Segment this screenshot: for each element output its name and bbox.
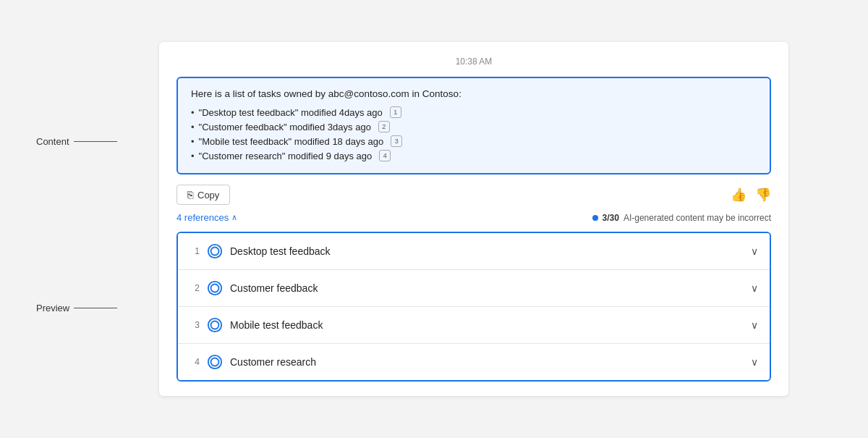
ref-item-title: Customer feedback (230, 282, 318, 294)
preview-label: Preview (36, 303, 69, 313)
chevron-down-icon: ∨ (751, 282, 758, 294)
ref-item-title: Desktop test feedback (230, 245, 331, 257)
copy-button[interactable]: ⎘ Copy (176, 185, 230, 205)
ref-badge: 3 (391, 135, 402, 147)
content-label-row: Content (36, 136, 117, 147)
task-icon (207, 243, 223, 259)
task-list: "Desktop test feedback" modified 4days a… (191, 105, 757, 163)
timestamp: 10:38 AM (176, 56, 771, 67)
ref-badge: 1 (390, 106, 401, 118)
status-dot (592, 215, 598, 221)
thumbs-down-button[interactable]: 👎 (755, 187, 771, 203)
reference-item[interactable]: 1Desktop test feedback∨ (178, 233, 770, 270)
main-panel: 10:38 AM Here is a list of tasks owned b… (159, 42, 788, 396)
content-label: Content (36, 136, 69, 147)
ref-item-number: 4 (190, 357, 200, 367)
svg-point-5 (211, 321, 219, 329)
outer-wrapper: Content Preview 10:38 AM Here is a list … (36, 42, 832, 396)
status-counter: 3/30 (603, 213, 619, 223)
task-item: "Mobile test feedback" modified 18 days … (191, 134, 757, 148)
copy-icon: ⎘ (187, 189, 193, 201)
svg-point-7 (211, 358, 219, 366)
references-toggle[interactable]: 4 references ∧ (176, 212, 237, 223)
ref-item-title: Customer research (230, 356, 316, 368)
task-item: "Customer research" modified 9 days ago4 (191, 148, 757, 163)
task-icon (207, 317, 223, 333)
reference-item[interactable]: 3Mobile test feedback∨ (178, 307, 770, 344)
svg-point-1 (211, 248, 219, 256)
ref-badge: 2 (378, 121, 390, 132)
ref-badge: 4 (379, 150, 391, 161)
content-label-line (74, 141, 117, 142)
svg-point-3 (211, 285, 219, 292)
message-intro: Here is a list of tasks owned by abc@con… (191, 88, 757, 99)
chevron-down-icon: ∨ (751, 245, 758, 257)
ref-item-number: 2 (190, 283, 200, 293)
task-item: "Desktop test feedback" modified 4days a… (191, 105, 757, 119)
chevron-up-icon: ∧ (231, 213, 237, 222)
ai-status-text: AI-generated content may be incorrect (624, 213, 771, 223)
references-panel: 1Desktop test feedback∨2Customer feedbac… (176, 232, 771, 382)
preview-label-line (74, 308, 117, 308)
references-row: 4 references ∧ 3/30 AI-generated content… (176, 212, 771, 223)
thumbs-up-button[interactable]: 👍 (731, 187, 746, 203)
reference-item[interactable]: 4Customer research∨ (178, 344, 770, 380)
reference-item[interactable]: 2Customer feedback∨ (178, 270, 770, 307)
chevron-down-icon: ∨ (751, 356, 758, 368)
ref-item-title: Mobile test feedback (230, 319, 323, 331)
ref-item-number: 3 (190, 320, 200, 330)
actions-row: ⎘ Copy 👍 👎 (176, 185, 771, 205)
ref-item-number: 1 (190, 246, 200, 256)
preview-label-row: Preview (36, 303, 117, 313)
ai-status: 3/30 AI-generated content may be incorre… (592, 213, 771, 223)
chevron-down-icon: ∨ (751, 319, 758, 331)
references-count: 4 references (176, 212, 229, 223)
task-item: "Customer feedback" modified 3days ago2 (191, 119, 757, 134)
copy-button-label: Copy (197, 190, 219, 201)
message-box: Here is a list of tasks owned by abc@con… (176, 77, 771, 174)
task-icon (207, 280, 223, 296)
feedback-icons: 👍 👎 (731, 187, 771, 203)
task-icon (207, 354, 223, 370)
labels-area: Content Preview (36, 42, 116, 396)
